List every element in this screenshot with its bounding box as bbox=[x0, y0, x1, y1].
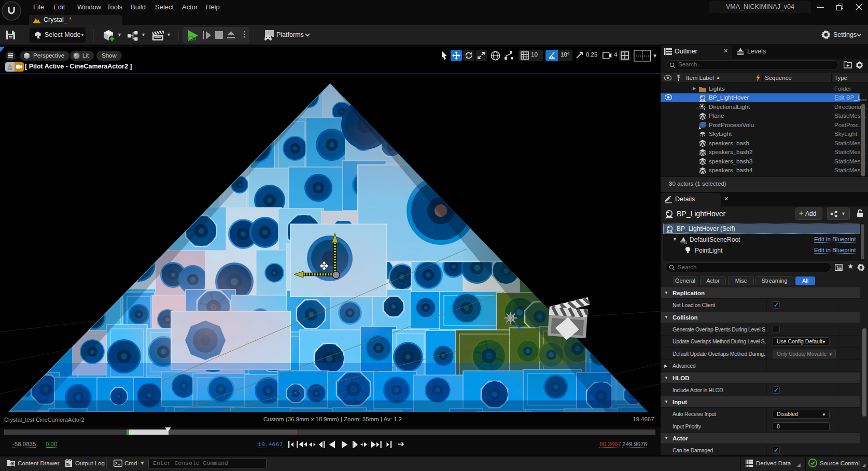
svg-text:N: N bbox=[684, 241, 687, 244]
